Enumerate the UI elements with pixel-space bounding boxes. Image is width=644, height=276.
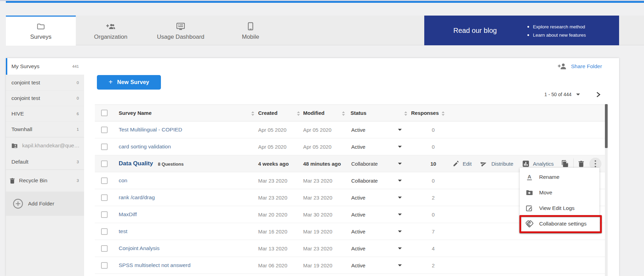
sidebar-item-label: Recycle Bin [19, 177, 47, 184]
row-checkbox[interactable] [101, 245, 108, 252]
col-header-survey-name[interactable]: Survey Name [119, 110, 152, 116]
share-folder-label: Share Folder [571, 63, 602, 70]
row-checkbox[interactable] [101, 177, 108, 184]
survey-name-link[interactable]: Data Quality [119, 160, 153, 167]
dots-vertical-icon [595, 160, 596, 167]
created-date: 4 weeks ago [258, 161, 289, 167]
responses-count: 0 [432, 144, 435, 150]
sidebar-item-townhall[interactable]: Townhall 1 [6, 121, 84, 137]
sort-icon[interactable] [404, 111, 407, 116]
table-scrollbar-thumb[interactable] [605, 104, 608, 148]
annotation-highlight-box [519, 215, 602, 233]
survey-name-link[interactable]: test [119, 228, 127, 234]
survey-name-link[interactable]: Conjoint Analysis [119, 245, 160, 251]
tab-usage-dashboard[interactable]: Usage Dashboard [146, 16, 216, 45]
sidebar-item-conjoint-test-2[interactable]: conjoint test 0 [6, 90, 84, 106]
circle-plus-icon [13, 199, 23, 209]
row-checkbox[interactable] [101, 262, 108, 269]
col-header-status[interactable]: Status [351, 110, 366, 116]
sort-icon[interactable] [442, 111, 445, 116]
col-header-modified[interactable]: Modified [303, 110, 325, 116]
tab-organization[interactable]: Organization [76, 16, 146, 45]
table-row: Test Multilingual - COPIED Apr 05 2020 A… [95, 121, 605, 138]
select-all-checkbox[interactable] [101, 110, 108, 116]
sidebar-item-count: 1 [77, 127, 79, 131]
sidebar-item-default[interactable]: Default 3 [6, 154, 84, 169]
sidebar-item-recycle-bin[interactable]: Recycle Bin 3 [6, 169, 84, 192]
sidebar-item-count: 0 [77, 81, 79, 85]
send-icon [480, 160, 488, 167]
row-checkbox[interactable] [101, 194, 108, 201]
menu-item-move[interactable]: Move [520, 185, 599, 200]
sidebar-item-my-surveys[interactable]: My Surveys 441 [6, 58, 84, 75]
sidebar-item-label: conjoint test [11, 80, 40, 86]
sidebar-item-label: HIVE [11, 111, 24, 117]
tab-surveys-label: Surveys [30, 34, 51, 40]
survey-name-link[interactable]: SPSS multiselect not answerd [119, 262, 191, 268]
sidebar-item-shared-account[interactable]: kapil.khandekar@que… [6, 137, 84, 154]
status-caret-icon[interactable] [398, 196, 402, 199]
surveys-main-pane: Share Folder + New Survey 1 - 50 of 444 … [84, 58, 619, 276]
status-caret-icon[interactable] [398, 129, 402, 131]
add-folder-button[interactable]: Add Folder [6, 192, 84, 216]
status-caret-icon[interactable] [398, 146, 402, 148]
edit-action-button[interactable]: Edit [453, 155, 472, 172]
sidebar-item-count: 0 [77, 96, 79, 100]
survey-name-link[interactable]: card sorting validation [119, 144, 171, 150]
status-value: Active [351, 195, 365, 201]
status-caret-icon[interactable] [398, 264, 402, 266]
status-caret-icon[interactable] [398, 247, 402, 249]
plus-icon: + [109, 78, 113, 86]
row-checkbox[interactable] [101, 211, 108, 218]
survey-name-link[interactable]: con [119, 177, 127, 184]
trash-icon [10, 178, 15, 184]
sidebar-item-conjoint-test-1[interactable]: conjoint test 0 [6, 75, 84, 90]
sort-icon[interactable] [342, 111, 345, 116]
distribute-action-button[interactable]: Distribute [480, 155, 513, 172]
blog-promo-banner[interactable]: Read our blog Explore research method Le… [424, 16, 619, 45]
tab-surveys[interactable]: Surveys [6, 16, 76, 46]
analytics-action-label: Analytics [533, 161, 554, 167]
question-count-badge: 8 Questions [158, 162, 183, 167]
menu-item-view-edit-logs[interactable]: View Edit Logs [520, 200, 599, 216]
status-caret-icon[interactable] [398, 180, 402, 182]
row-checkbox[interactable] [101, 144, 108, 150]
sort-icon[interactable] [297, 111, 300, 116]
sidebar-item-count: 3 [77, 160, 79, 164]
pagination-next-button[interactable] [594, 91, 602, 98]
responses-count: 7 [432, 229, 435, 234]
table-scrollbar-track[interactable] [605, 104, 608, 276]
col-header-responses[interactable]: Responses [411, 110, 439, 116]
status-caret-icon[interactable] [398, 213, 402, 215]
pagination-caret-icon[interactable] [576, 93, 580, 95]
status-caret-icon[interactable] [398, 163, 402, 165]
pagination: 1 - 50 of 444 [544, 91, 580, 98]
sidebar-item-count: 6 [77, 112, 79, 116]
tab-mobile[interactable]: Mobile [216, 16, 285, 45]
responses-count: 2 [432, 195, 435, 201]
status-value: Active [351, 263, 365, 268]
sidebar-item-label: Townhall [11, 126, 32, 132]
edit-logs-icon [525, 205, 534, 211]
row-checkbox[interactable] [101, 228, 108, 235]
row-checkbox[interactable] [101, 127, 108, 133]
new-survey-button[interactable]: + New Survey [97, 75, 161, 90]
tab-organization-label: Organization [94, 34, 127, 40]
blog-promo-bullets: Explore research method Learn about new … [527, 22, 586, 39]
status-caret-icon[interactable] [398, 230, 402, 232]
survey-name-link[interactable]: MaxDiff [119, 211, 137, 218]
dashboard-icon [176, 22, 185, 30]
survey-name-link[interactable]: rank /card/drag [119, 194, 155, 201]
col-header-created[interactable]: Created [258, 110, 278, 116]
trash-icon [578, 160, 584, 167]
survey-name-link[interactable]: Test Multilingual - COPIED [119, 127, 182, 133]
analytics-icon [523, 160, 529, 167]
responses-count: 0 [432, 127, 435, 133]
menu-item-rename[interactable]: A Rename [520, 169, 599, 185]
share-folder-button[interactable]: Share Folder [558, 63, 602, 70]
sort-icon[interactable] [251, 111, 254, 116]
modified-date: 48 minutes ago [303, 161, 341, 167]
sidebar-item-hive[interactable]: HIVE 6 [6, 106, 84, 121]
modified-date: Mar 19 2020 [303, 263, 332, 268]
row-checkbox[interactable] [101, 160, 108, 167]
